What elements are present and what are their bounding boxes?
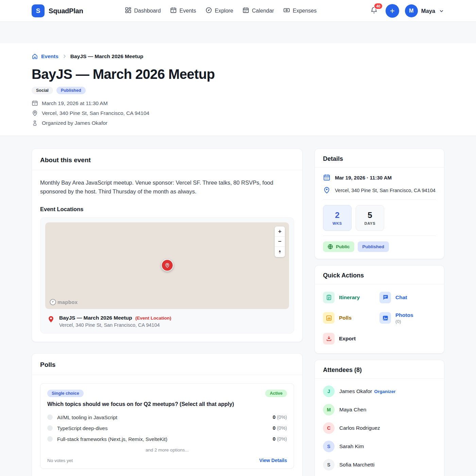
event-header-section: Events BayJS — March 2026 Meetup BayJS —… (0, 43, 476, 136)
map-pin-icon (323, 186, 330, 194)
about-title: About this event (40, 156, 294, 164)
poll-type-badge: Single choice (47, 390, 84, 397)
quick-action-export[interactable]: Export (323, 333, 379, 344)
download-icon (323, 333, 335, 344)
chevron-down-icon (439, 8, 444, 14)
map-zoom-in-button[interactable]: + (275, 226, 285, 237)
user-name: Maya (421, 8, 435, 14)
quick-action-polls[interactable]: Polls (323, 312, 379, 324)
attendee-row[interactable]: L Lisa Park (323, 474, 436, 476)
attendee-row[interactable]: J James OkaforOrganizer (323, 382, 436, 401)
poll-option[interactable]: Full-stack frameworks (Next.js, Remix, S… (47, 434, 287, 444)
brand[interactable]: S SquadPlan (32, 4, 83, 17)
page-title: BayJS — March 2026 Meetup (32, 67, 444, 82)
event-location: Vercel, 340 Pine St, San Francisco, CA 9… (32, 110, 444, 116)
details-card: Details Mar 19, 2026 · 11:30 AM Vercel, … (314, 149, 444, 259)
published-badge: Published (358, 241, 389, 252)
visibility-badge: Public (323, 241, 354, 252)
breadcrumb: Events BayJS — March 2026 Meetup (32, 53, 444, 60)
countdown: 2 WKS 5 DAYS (323, 205, 436, 231)
quick-actions-card: Quick Actions Itinerary Chat Polls (314, 265, 444, 354)
nav-item-label: Calendar (252, 8, 274, 14)
option-votes: 0 (273, 436, 275, 442)
quick-action-photos[interactable]: Photos (0) (379, 312, 436, 324)
option-percent: (0%) (277, 436, 287, 442)
map-pin-icon (165, 262, 170, 268)
attendee-row[interactable]: S Sarah Kim (323, 437, 436, 456)
nav-item-explore[interactable]: Explore (205, 7, 233, 15)
photos-icon (379, 312, 391, 324)
attendee-row[interactable]: C Carlos Rodriguez (323, 419, 436, 437)
mapbox-icon (49, 299, 56, 306)
quick-action-chat[interactable]: Chat (379, 292, 436, 303)
map-controls: + − ▲▼ (275, 226, 285, 257)
poll-option[interactable]: TypeScript deep-dives 0(0%) (47, 423, 287, 434)
chat-icon (379, 292, 391, 303)
category-badge: Social (32, 87, 53, 94)
map-pitch-button[interactable]: ▲▼ (275, 247, 285, 257)
location-address: Vercel, 340 Pine St, San Francisco, CA 9… (59, 322, 171, 328)
organizer-label: Organizer (374, 389, 395, 394)
user-menu[interactable]: M Maya (405, 4, 444, 17)
quick-action-itinerary[interactable]: Itinerary (323, 292, 379, 303)
poll-status-badge: Active (265, 390, 287, 397)
map-canvas[interactable]: + − ▲▼ mapbox (45, 222, 289, 309)
countdown-weeks: 2 WKS (323, 205, 352, 231)
nav-item-label: Explore (215, 8, 233, 14)
poll-view-details-link[interactable]: View Details (259, 458, 287, 463)
banknote-icon (283, 7, 290, 15)
option-percent: (0%) (277, 425, 287, 431)
map-location-marker[interactable] (161, 259, 173, 271)
details-address-row: Vercel, 340 Pine St, San Francisco, CA 9… (323, 186, 436, 194)
attendee-row[interactable]: M Maya Chen (323, 401, 436, 419)
attendee-row[interactable]: S Sofia Marchetti (323, 456, 436, 474)
poll-more-options: and 2 more options... (47, 447, 287, 453)
location-name: BayJS — March 2026 Meetup (59, 315, 132, 321)
user-avatar: M (405, 4, 418, 17)
avatar: J (323, 386, 335, 397)
polls-card: Polls Single choice Which topics should … (32, 353, 303, 476)
calendar-icon (242, 7, 249, 15)
location-tag: (Event Location) (135, 316, 171, 321)
event-organizer: Organized by James Okafor (32, 120, 444, 126)
notifications-button[interactable]: 40 (368, 5, 380, 17)
details-datetime-row: Mar 19, 2026 · 11:30 AM (323, 174, 436, 181)
dashboard-icon (125, 7, 132, 15)
poll-item: Single choice Which topics should we foc… (40, 383, 294, 469)
compass-icon (205, 7, 212, 15)
chevron-right-icon (62, 54, 67, 59)
attendees-card: Attendees (8) J James OkaforOrganizer M … (314, 360, 444, 476)
option-percent: (0%) (277, 414, 287, 420)
about-card: About this event Monthly Bay Area JavaSc… (32, 149, 303, 342)
nav-item-expenses[interactable]: Expenses (283, 7, 317, 15)
avatar: C (323, 422, 335, 434)
primary-nav: Dashboard Events Explore Calendar Expens… (125, 7, 317, 15)
mapbox-attribution[interactable]: mapbox (49, 299, 78, 306)
map-pin-icon (32, 110, 38, 116)
nav-item-label: Dashboard (134, 8, 161, 14)
map-zoom-out-button[interactable]: − (275, 237, 285, 247)
nav-item-events[interactable]: Events (170, 7, 196, 15)
poll-question: Which topics should we focus on for Q2 m… (47, 401, 234, 407)
breadcrumb-events-link[interactable]: Events (32, 53, 58, 60)
itinerary-icon (323, 292, 335, 303)
globe-icon (327, 244, 333, 250)
poll-option[interactable]: AI/ML tooling in JavaScript 0(0%) (47, 412, 287, 423)
nav-item-calendar[interactable]: Calendar (242, 7, 274, 15)
polls-title: Polls (40, 361, 294, 369)
status-badge: Published (56, 87, 86, 94)
radio-icon (47, 425, 53, 431)
bell-icon (370, 9, 378, 15)
brand-name: SquadPlan (49, 7, 83, 15)
avatar: S (323, 441, 335, 452)
create-button[interactable]: + (386, 4, 399, 18)
option-votes: 0 (273, 414, 275, 420)
red-pin-icon (47, 316, 55, 323)
radio-icon (47, 414, 53, 420)
nav-item-label: Events (180, 8, 196, 14)
avatar: M (323, 404, 335, 415)
nav-item-dashboard[interactable]: Dashboard (125, 7, 161, 15)
attendees-title: Attendees (8) (323, 367, 436, 374)
countdown-days: 5 DAYS (356, 205, 384, 231)
location-list-item[interactable]: BayJS — March 2026 Meetup (Event Locatio… (45, 309, 289, 328)
